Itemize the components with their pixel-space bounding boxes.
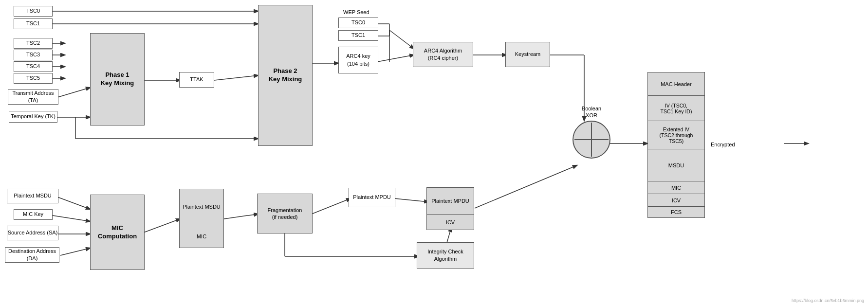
source-address-input: Source Address (SA) bbox=[7, 226, 58, 240]
svg-line-29 bbox=[394, 198, 428, 202]
svg-line-18 bbox=[389, 30, 414, 49]
keystream-box: Keystream bbox=[505, 42, 550, 67]
svg-line-22 bbox=[57, 197, 90, 209]
svg-line-6 bbox=[57, 88, 90, 97]
tsc0-wep: TSC0 bbox=[338, 18, 378, 28]
fcs-section: FCS bbox=[648, 207, 704, 217]
fragmentation-box: Fragmentation(if needed) bbox=[257, 194, 313, 233]
icv-out-section: ICV bbox=[648, 194, 704, 207]
wep-seed-label: WEP Seed bbox=[343, 9, 369, 16]
tsc4-input: TSC4 bbox=[14, 61, 53, 72]
plaintext-mpdu-small: Plaintext MPDU bbox=[349, 188, 395, 207]
url-watermark: https://blog.csdn.cn/5vb1b6mmin.png bbox=[792, 298, 864, 303]
plaintext-msdu-input: Plaintext MSDU bbox=[7, 189, 58, 203]
plaintext-msdu-section: Plaintext MSDU bbox=[180, 189, 223, 224]
tsc2-input: TSC2 bbox=[14, 38, 53, 49]
svg-line-33 bbox=[475, 165, 577, 208]
svg-line-28 bbox=[312, 198, 351, 214]
encrypted-output-box: MAC Header IV (TSC0,TSC1 Key ID) Extente… bbox=[647, 72, 705, 218]
boolean-xor-circle bbox=[573, 121, 610, 159]
mic-section: MIC bbox=[180, 225, 223, 248]
tsc3-input: TSC3 bbox=[14, 50, 53, 60]
mic-computation: MICComputation bbox=[90, 195, 145, 270]
tsc1-input: TSC1 bbox=[14, 18, 53, 29]
ta-input: Transmit Address (TA) bbox=[8, 89, 58, 105]
dest-address-input: Destination Address (DA) bbox=[5, 247, 59, 263]
phase2-key-mixing: Phase 2Key Mixing bbox=[258, 5, 313, 146]
ttak-box: TTAK bbox=[179, 72, 214, 88]
svg-line-27 bbox=[224, 214, 258, 219]
tsc0-input: TSC0 bbox=[14, 6, 53, 17]
svg-line-32 bbox=[446, 228, 451, 244]
extended-iv-section: Extented IV(TSC2 throughTSC5) bbox=[648, 121, 704, 149]
msdu-section: MSDU bbox=[648, 149, 704, 181]
svg-line-17 bbox=[377, 55, 414, 62]
icv-section: ICV bbox=[427, 215, 474, 230]
tsc1-wep: TSC1 bbox=[338, 30, 378, 41]
diagram: TSC0 TSC1 TSC2 TSC3 TSC4 TSC5 Transmit A… bbox=[0, 0, 868, 305]
tsc5-input: TSC5 bbox=[14, 73, 53, 84]
arc4key-box: ARC4 key(104 bits) bbox=[338, 47, 378, 73]
plaintext-mpdu-top-section: Plaintext MPDU bbox=[427, 188, 474, 215]
svg-line-26 bbox=[144, 219, 180, 233]
integrity-check-box: Integrity CheckAlgorithm bbox=[417, 242, 474, 269]
svg-line-9 bbox=[214, 75, 258, 80]
mic-out-section: MIC bbox=[648, 181, 704, 194]
svg-line-23 bbox=[53, 215, 90, 221]
plaintext-mpdu-icv-box: Plaintext MPDU ICV bbox=[426, 187, 474, 230]
iv-section: IV (TSC0,TSC1 Key ID) bbox=[648, 96, 704, 121]
phase1-key-mixing: Phase 1Key Mixing bbox=[90, 33, 145, 126]
arc4-algorithm: ARC4 Algorithm(RC4 cipher) bbox=[413, 42, 473, 67]
boolean-xor-label: BooleanXOR bbox=[569, 105, 614, 119]
mac-header-section: MAC Header bbox=[648, 72, 704, 96]
mic-key-input: MIC Key bbox=[14, 209, 53, 220]
svg-line-25 bbox=[60, 248, 90, 255]
tk-input: Temporal Key (TK) bbox=[9, 111, 57, 123]
encrypted-label: Encrypted bbox=[711, 141, 735, 148]
plaintext-msdu-mic-box: Plaintext MSDU MIC bbox=[179, 189, 224, 248]
